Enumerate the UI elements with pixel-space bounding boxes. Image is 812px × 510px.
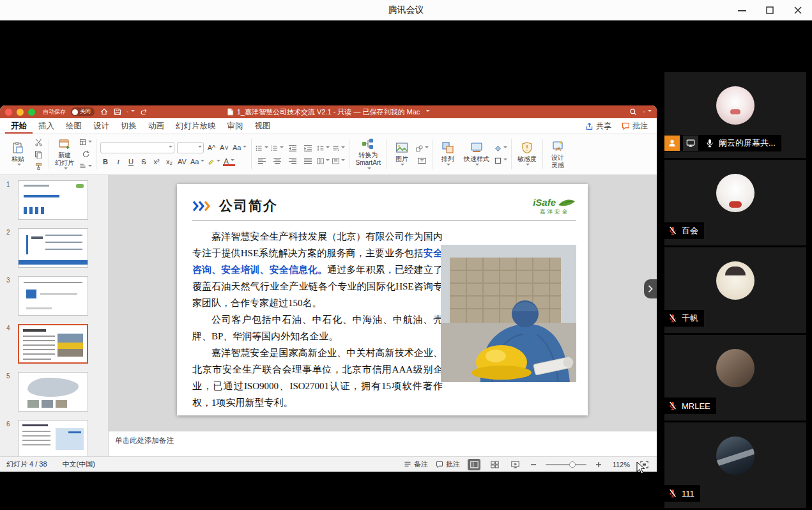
change-case-button[interactable]: Aa (190, 157, 205, 167)
decrease-indent-button[interactable] (286, 143, 299, 153)
arrange-button[interactable]: 排列 (437, 140, 459, 169)
slide-layout-button[interactable] (79, 137, 92, 147)
font-size-select[interactable] (177, 142, 204, 153)
tab-transitions[interactable]: 切换 (115, 118, 142, 134)
participant-tile[interactable]: 111 (664, 422, 806, 508)
picture-button[interactable]: 图片 (391, 140, 413, 169)
section-button[interactable] (79, 162, 92, 171)
increase-indent-button[interactable] (302, 143, 314, 153)
zoom-level[interactable]: 112% (611, 461, 630, 468)
strikethrough-button[interactable]: S (139, 157, 149, 167)
copy-button[interactable] (32, 150, 45, 159)
mac-minimize-button[interactable] (17, 109, 24, 116)
feedback-smiley-icon[interactable] (643, 108, 652, 116)
slide-number: 4 (6, 325, 10, 332)
slide-thumbnail-1[interactable]: 1 (18, 180, 88, 220)
tab-insert[interactable]: 插入 (33, 118, 60, 134)
comments-button[interactable]: 批注 (622, 121, 648, 132)
minimize-button[interactable] (737, 5, 747, 15)
format-painter-button[interactable] (32, 162, 45, 171)
share-icon (585, 122, 594, 130)
home-icon[interactable] (100, 108, 108, 116)
numbering-button[interactable] (271, 143, 284, 153)
text-box-button[interactable] (416, 156, 429, 166)
save-icon[interactable] (113, 108, 121, 116)
align-left-button[interactable] (256, 156, 268, 166)
shape-format-small-buttons (494, 144, 507, 166)
mic-on-icon (704, 139, 716, 148)
normal-view-button[interactable] (468, 459, 480, 470)
highlight-color-button[interactable] (208, 157, 220, 167)
undo-icon[interactable] (126, 108, 135, 116)
tab-home[interactable]: 开始 (5, 118, 33, 134)
search-icon[interactable] (629, 108, 637, 116)
design-ideas-icon (551, 140, 564, 153)
font-name-select[interactable] (100, 142, 174, 153)
participant-tile-sharing[interactable]: 阚云的屏幕共... (664, 72, 806, 158)
participants-collapse-button[interactable] (644, 279, 657, 298)
zoom-out-button[interactable] (529, 460, 538, 469)
new-slide-button[interactable]: 新建 幻灯片 (53, 136, 76, 173)
shape-fill-button[interactable] (494, 144, 507, 153)
font-color-button[interactable]: A (223, 157, 234, 166)
autosave-toggle[interactable]: 关闭 (71, 107, 95, 116)
tab-animations[interactable]: 动画 (142, 118, 170, 134)
quick-styles-button[interactable]: 快速样式 (462, 140, 491, 169)
participant-tile[interactable]: 千帆 (664, 247, 806, 333)
mac-zoom-button[interactable] (28, 109, 35, 116)
shape-outline-button[interactable] (494, 156, 507, 166)
reset-slide-button[interactable] (79, 150, 92, 159)
tab-design[interactable]: 设计 (88, 118, 115, 134)
align-text-button[interactable] (332, 156, 345, 166)
redo-icon[interactable] (140, 108, 148, 116)
line-spacing-button[interactable] (317, 143, 330, 153)
subscript-button[interactable]: x₂ (164, 157, 174, 167)
shrink-font-button[interactable]: A˅ (219, 143, 229, 153)
zoom-slider-knob[interactable] (569, 461, 576, 468)
zoom-slider[interactable] (546, 464, 586, 465)
participant-tile[interactable]: 百会 (664, 160, 806, 245)
tab-slideshow[interactable]: 幻灯片放映 (170, 118, 222, 134)
zoom-in-button[interactable] (594, 460, 603, 469)
text-direction-button[interactable] (332, 143, 345, 153)
slide-sorter-view-button[interactable] (488, 459, 501, 470)
comments-toggle-button[interactable]: 批注 (436, 460, 460, 469)
character-spacing-button[interactable]: AV (177, 157, 187, 167)
bullets-button[interactable] (256, 143, 268, 153)
clear-formatting-button[interactable]: Aa (232, 143, 247, 153)
columns-button[interactable] (317, 156, 330, 166)
paste-button[interactable]: 粘贴 (7, 140, 29, 169)
language-indicator[interactable]: 中文(中国) (63, 460, 95, 469)
tab-review[interactable]: 审阅 (222, 118, 249, 134)
underline-button[interactable]: U (126, 157, 136, 167)
italic-button[interactable]: I (113, 157, 123, 167)
bold-button[interactable]: B (100, 157, 111, 167)
close-button[interactable] (793, 5, 803, 15)
paste-label: 粘贴 (11, 155, 24, 163)
align-center-button[interactable] (271, 156, 284, 166)
document-icon (227, 108, 234, 116)
tab-view[interactable]: 视图 (249, 118, 277, 134)
slide-thumbnail-6[interactable]: 6 (18, 420, 88, 456)
mac-close-button[interactable] (5, 109, 12, 116)
design-ideas-button[interactable]: 设计 灵感 (547, 139, 569, 170)
slide-thumbnail-2[interactable]: 2 (18, 228, 88, 268)
slideshow-button[interactable] (509, 459, 521, 470)
justify-button[interactable] (302, 156, 314, 166)
share-button[interactable]: 共享 (585, 121, 611, 132)
maximize-button[interactable] (765, 5, 775, 15)
superscript-button[interactable]: x² (151, 157, 162, 167)
align-right-button[interactable] (286, 156, 299, 166)
notes-pane[interactable]: 单击此处添加备注 (109, 431, 657, 456)
notes-toggle-button[interactable]: 备注 (404, 460, 428, 469)
grow-font-button[interactable]: A^ (206, 143, 217, 153)
slide-thumbnail-3[interactable]: 3 (18, 276, 88, 316)
convert-to-smartart-button[interactable]: 转换为 SmartArt (353, 136, 382, 173)
cut-button[interactable] (32, 137, 45, 147)
shapes-button[interactable] (416, 144, 429, 153)
tab-draw[interactable]: 绘图 (60, 118, 88, 134)
sensitivity-button[interactable]: 敏感度 (516, 140, 539, 169)
slide-thumbnail-5[interactable]: 5 (18, 372, 88, 412)
participant-tile[interactable]: MRLEE (664, 335, 806, 421)
slide-thumbnail-4-selected[interactable]: 4 (18, 324, 88, 364)
